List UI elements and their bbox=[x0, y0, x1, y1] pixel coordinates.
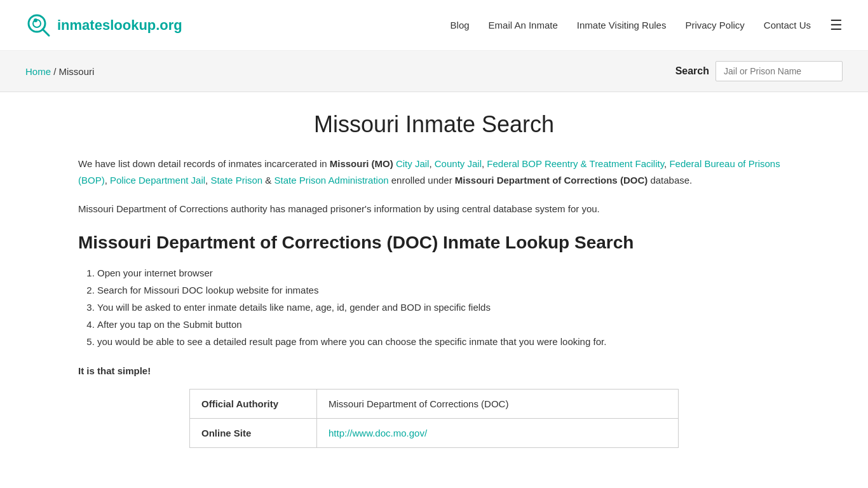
nav-contact-us[interactable]: Contact Us bbox=[764, 20, 811, 30]
simple-label: It is that simple! bbox=[78, 365, 790, 376]
link-county-jail[interactable]: County Jail bbox=[435, 158, 482, 169]
hamburger-icon[interactable]: ☰ bbox=[830, 17, 843, 34]
link-police-dept[interactable]: Police Department Jail bbox=[110, 175, 205, 186]
step-1: Open your internet browser bbox=[97, 264, 790, 281]
table-row-online-site: Online Site http://www.doc.mo.gov/ bbox=[190, 418, 679, 447]
logo-icon bbox=[25, 12, 52, 39]
logo-text: inmateslookup.org bbox=[57, 17, 182, 34]
table-cell-authority-value: Missouri Department of Corrections (DOC) bbox=[317, 389, 679, 418]
main-nav: Blog Email An Inmate Inmate Visiting Rul… bbox=[451, 17, 843, 34]
link-state-prison[interactable]: State Prison bbox=[210, 175, 262, 186]
nav-email-inmate[interactable]: Email An Inmate bbox=[489, 20, 558, 30]
breadcrumb-home[interactable]: Home bbox=[25, 66, 51, 77]
info-table: Official Authority Missouri Department o… bbox=[189, 389, 679, 448]
search-input[interactable] bbox=[715, 61, 843, 81]
step-2: Search for Missouri DOC lookup website f… bbox=[97, 281, 790, 299]
step-5: you would be able to see a detailed resu… bbox=[97, 333, 790, 350]
search-label: Search bbox=[675, 65, 709, 77]
search-area: Search bbox=[675, 61, 843, 81]
step-4: After you tap on the Submit button bbox=[97, 316, 790, 333]
table-cell-online-value: http://www.doc.mo.gov/ bbox=[317, 418, 679, 447]
nav-blog[interactable]: Blog bbox=[451, 20, 470, 30]
table-cell-authority-label: Official Authority bbox=[190, 389, 317, 418]
breadcrumb-bar: Home / Missouri Search bbox=[0, 51, 868, 92]
breadcrumb: Home / Missouri bbox=[25, 66, 94, 77]
logo-normal: inmates bbox=[57, 17, 110, 33]
svg-line-2 bbox=[43, 29, 49, 36]
table-cell-online-label: Online Site bbox=[190, 418, 317, 447]
logo-highlight: lookup.org bbox=[110, 17, 182, 33]
link-federal-bop-reentry[interactable]: Federal BOP Reentry & Treatment Facility bbox=[487, 158, 664, 169]
site-header: inmateslookup.org Blog Email An Inmate I… bbox=[0, 0, 868, 51]
table-row-authority: Official Authority Missouri Department o… bbox=[190, 389, 679, 418]
nav-visiting-rules[interactable]: Inmate Visiting Rules bbox=[577, 20, 667, 30]
intro-paragraph: We have list down detail records of inma… bbox=[78, 156, 790, 188]
link-state-prison-admin[interactable]: State Prison Administration bbox=[275, 175, 389, 186]
link-doc-site[interactable]: http://www.doc.mo.gov/ bbox=[329, 428, 427, 438]
logo[interactable]: inmateslookup.org bbox=[25, 12, 182, 39]
section-heading: Missouri Department of Corrections (DOC)… bbox=[78, 233, 790, 253]
page-title: Missouri Inmate Search bbox=[78, 111, 790, 138]
breadcrumb-separator: / Missouri bbox=[53, 66, 94, 77]
svg-point-3 bbox=[34, 18, 37, 22]
nav-privacy-policy[interactable]: Privacy Policy bbox=[685, 20, 744, 30]
steps-list: Open your internet browser Search for Mi… bbox=[78, 264, 790, 350]
main-content: Missouri Inmate Search We have list down… bbox=[53, 92, 815, 467]
link-city-jail[interactable]: City Jail bbox=[396, 158, 430, 169]
step-3: You will be asked to enter inmate detail… bbox=[97, 299, 790, 316]
description-paragraph: Missouri Department of Corrections autho… bbox=[78, 201, 790, 217]
